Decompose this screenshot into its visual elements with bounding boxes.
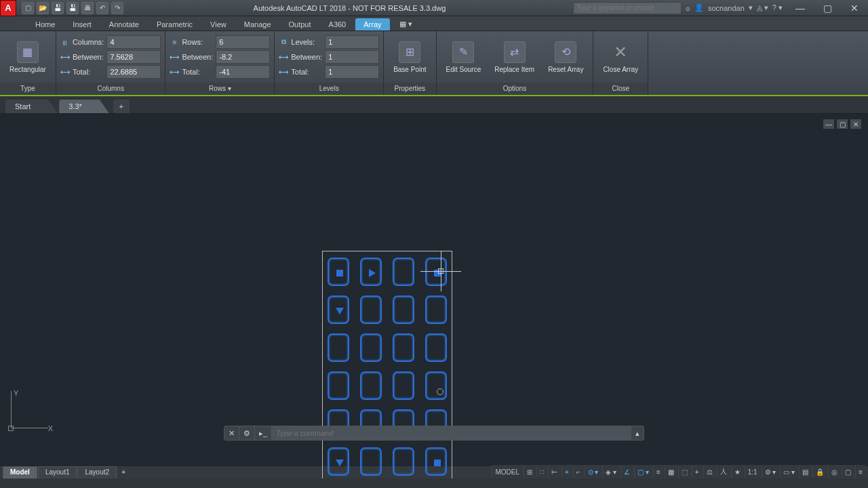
a360-icon[interactable]: ⌾: [686, 4, 690, 12]
tab-array[interactable]: Array: [355, 18, 389, 30]
status-lineweight-icon[interactable]: ≡: [653, 466, 663, 478]
tab-home[interactable]: Home: [27, 18, 63, 30]
levels-total-input[interactable]: [325, 65, 379, 79]
file-tab-add-button[interactable]: +: [113, 100, 130, 113]
cmdline-expand-icon[interactable]: ▴: [631, 429, 644, 438]
array-item[interactable]: [425, 333, 447, 362]
maximize-button[interactable]: ▢: [814, 0, 841, 16]
help-icon[interactable]: ? ▾: [772, 3, 783, 12]
tab-parametric[interactable]: Parametric: [149, 18, 201, 30]
qat-open-icon[interactable]: 📂: [37, 2, 49, 14]
array-item[interactable]: [328, 258, 349, 286]
columns-total-input[interactable]: [106, 65, 161, 79]
layout-tab-model[interactable]: Model: [3, 466, 37, 479]
edit-source-button[interactable]: ✎ Edit Source: [441, 39, 487, 76]
array-item[interactable]: [328, 296, 349, 324]
user-name[interactable]: socnandan: [708, 4, 745, 12]
status-workspace-icon[interactable]: ⚙ ▾: [762, 466, 779, 478]
qat-undo-icon[interactable]: ↶: [96, 2, 108, 14]
status-ortho-icon[interactable]: ⌐: [573, 466, 583, 478]
array-item[interactable]: [360, 258, 382, 286]
array-item[interactable]: [393, 371, 414, 400]
status-polar-icon[interactable]: ⊙ ▾: [585, 466, 601, 478]
status-dynamic-input-icon[interactable]: +: [561, 466, 572, 478]
status-otrack-icon[interactable]: ▢ ▾: [634, 466, 652, 478]
array-item[interactable]: [328, 333, 349, 362]
array-item[interactable]: [360, 333, 382, 362]
status-lockui-icon[interactable]: 🔒: [812, 466, 827, 478]
file-tab-current[interactable]: 3.3*: [59, 100, 109, 113]
minimize-button[interactable]: —: [787, 0, 814, 16]
panel-title-rows[interactable]: Rows ▾: [165, 83, 274, 95]
columns-input[interactable]: [106, 35, 161, 49]
status-customize-icon[interactable]: ≡: [855, 466, 865, 478]
layout-tab-add-button[interactable]: +: [117, 466, 130, 479]
viewport-minimize-icon[interactable]: —: [823, 119, 834, 129]
levels-between-input[interactable]: [325, 50, 379, 64]
status-units-icon[interactable]: ▭ ▾: [780, 466, 797, 478]
array-item[interactable]: [393, 258, 414, 286]
status-autoscale-icon[interactable]: ★: [731, 466, 743, 478]
close-array-button[interactable]: ✕ Close Array: [597, 39, 644, 76]
array-item[interactable]: [328, 371, 349, 400]
status-grid-icon[interactable]: ⊞: [524, 466, 535, 478]
base-point-button[interactable]: ⊞ Base Point: [388, 39, 431, 76]
app-menu-icon[interactable]: A: [0, 0, 16, 16]
tab-view[interactable]: View: [202, 18, 235, 30]
qat-save-icon[interactable]: 💾: [52, 2, 64, 14]
exchange-icon[interactable]: ◬ ▾: [757, 3, 768, 12]
qat-plot-icon[interactable]: 🖶: [81, 2, 94, 14]
file-tab-start[interactable]: Start: [5, 100, 58, 113]
array-item[interactable]: [393, 333, 414, 362]
tab-manage[interactable]: Manage: [236, 18, 279, 30]
user-icon[interactable]: 👤: [694, 3, 704, 12]
rows-total-input[interactable]: [216, 65, 270, 79]
command-line[interactable]: ✕ ⚙ ▸_ ▴: [224, 426, 644, 441]
tab-annotate[interactable]: Annotate: [101, 18, 147, 30]
viewport-close-icon[interactable]: ✕: [850, 119, 861, 129]
cmdline-customize-icon[interactable]: ⚙: [239, 426, 255, 440]
qat-new-icon[interactable]: ▢: [22, 2, 34, 14]
status-cleanscreen-icon[interactable]: ▢: [842, 466, 854, 478]
reset-array-button[interactable]: ⟲ Reset Array: [542, 39, 589, 76]
status-osnap-icon[interactable]: ∠: [620, 466, 633, 478]
status-annoscale-icon[interactable]: ⚖: [703, 466, 715, 478]
status-isolate-icon[interactable]: ◎: [828, 466, 840, 478]
user-dropdown-icon[interactable]: ▾: [749, 3, 753, 12]
tab-a360[interactable]: A360: [321, 18, 355, 30]
layout-tab-layout2[interactable]: Layout2: [77, 466, 117, 479]
array-item[interactable]: [393, 296, 414, 324]
viewport-maximize-icon[interactable]: ▢: [837, 119, 848, 129]
drawing-canvas[interactable]: — ▢ ✕ Y X ✕ ⚙ ▸_ ▴: [0, 114, 868, 466]
tab-featured-apps-icon[interactable]: ▦ ▾: [391, 18, 420, 30]
rows-input[interactable]: [216, 35, 270, 49]
command-input[interactable]: [272, 426, 631, 440]
array-item[interactable]: [360, 371, 382, 400]
rectangular-array-button[interactable]: ▦ Rectangular: [4, 39, 52, 76]
array-item[interactable]: [360, 296, 382, 324]
status-scale-label[interactable]: 1:1: [745, 466, 760, 478]
tab-output[interactable]: Output: [281, 18, 319, 30]
replace-item-button[interactable]: ⇄ Replace Item: [489, 39, 540, 76]
status-annotation-monitor-icon[interactable]: +: [692, 466, 702, 478]
status-isodraft-icon[interactable]: ◈ ▾: [602, 466, 619, 478]
status-cycling-icon[interactable]: ⬚: [678, 466, 690, 478]
tab-insert[interactable]: Insert: [64, 18, 100, 30]
layout-tab-layout1[interactable]: Layout1: [38, 466, 77, 479]
array-item[interactable]: [393, 447, 414, 476]
array-item[interactable]: [328, 447, 349, 476]
array-item[interactable]: [425, 447, 447, 476]
array-item[interactable]: [360, 447, 382, 476]
status-quickprops-icon[interactable]: ▤: [799, 466, 811, 478]
status-model-button[interactable]: MODEL: [492, 466, 522, 478]
array-item[interactable]: [425, 371, 447, 400]
qat-saveas-icon[interactable]: 💾: [66, 2, 79, 14]
rows-between-input[interactable]: [216, 50, 270, 64]
status-infer-icon[interactable]: ⊢: [548, 466, 560, 478]
status-snap-icon[interactable]: ∷: [536, 466, 547, 478]
status-transparency-icon[interactable]: ▦: [665, 466, 677, 478]
array-item[interactable]: [425, 296, 447, 324]
array-item[interactable]: [425, 258, 447, 286]
status-annovis-icon[interactable]: 人: [717, 466, 730, 478]
close-button[interactable]: ✕: [841, 0, 868, 16]
